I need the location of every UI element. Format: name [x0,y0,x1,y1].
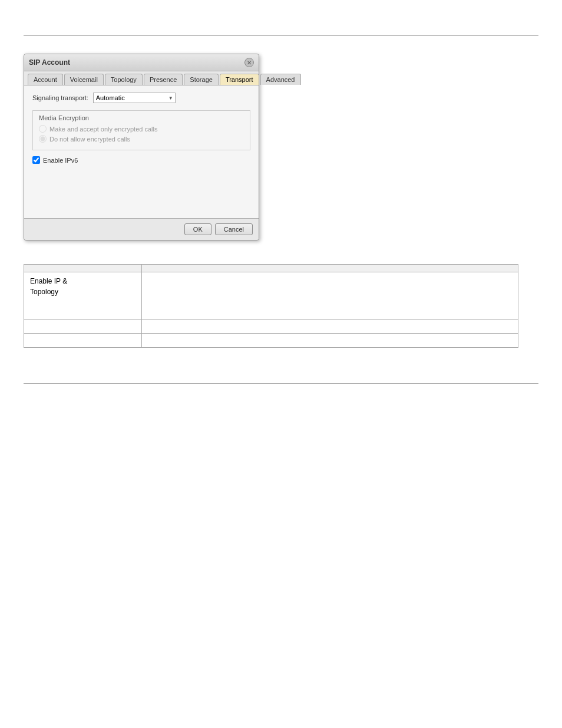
table-row: Enable IP & Topology [24,272,518,319]
tab-advanced[interactable]: Advanced [260,74,301,85]
radio-no-encrypt: Do not allow encrypted calls [39,135,244,143]
cancel-button[interactable]: Cancel [215,223,253,235]
table-cell-col2-1 [142,272,518,319]
data-table: Enable IP & Topology [24,264,518,348]
signaling-transport-wrapper: Automatic [93,93,176,103]
bottom-divider [24,383,538,384]
table-cell-col2-2 [142,319,518,334]
tab-bar: Account Voicemail Topology Presence Stor… [24,71,259,85]
tab-transport[interactable]: Transport [220,74,259,85]
top-divider [24,35,538,36]
radio-encrypt-only-label: Make and accept only encrypted calls [49,126,157,133]
media-encryption-legend: Media Encryption [39,114,244,121]
sip-account-dialog: SIP Account ✕ Account Voicemail Topology… [24,54,259,241]
enable-ipv6-checkbox[interactable] [32,156,40,164]
radio-no-encrypt-input[interactable] [39,135,47,143]
enable-ipv6-label: Enable IPv6 [43,157,78,164]
tab-storage[interactable]: Storage [184,74,219,85]
dialog-title: SIP Account [29,58,70,67]
signaling-transport-row: Signaling transport: Automatic [32,93,250,103]
radio-no-encrypt-label: Do not allow encrypted calls [49,136,130,143]
close-button[interactable]: ✕ [244,58,254,67]
dialog-titlebar: SIP Account ✕ [24,54,259,71]
tab-topology[interactable]: Topology [105,74,143,85]
signaling-transport-select[interactable]: Automatic [93,93,176,103]
table-cell-col2-3 [142,334,518,348]
signaling-transport-label: Signaling transport: [32,94,88,101]
media-encryption-group: Media Encryption Make and accept only en… [32,110,250,150]
dialog-footer: OK Cancel [24,218,259,240]
table-row [24,319,518,334]
col-header-2 [142,265,518,272]
tab-presence[interactable]: Presence [144,74,183,85]
radio-encrypt-only: Make and accept only encrypted calls [39,125,244,133]
enable-ipv6-row: Enable IPv6 [32,156,250,164]
content-spacer [32,164,250,211]
table-cell-col1-3 [24,334,142,348]
radio-encrypt-only-input[interactable] [39,125,47,133]
col-header-1 [24,265,142,272]
tab-account[interactable]: Account [28,74,63,85]
tab-voicemail[interactable]: Voicemail [64,74,104,85]
dialog-content: Signaling transport: Automatic Media Enc… [24,85,259,218]
table-cell-col1-1: Enable IP & Topology [24,272,142,319]
table-cell-col1-2 [24,319,142,334]
ok-button[interactable]: OK [184,223,211,235]
table-row [24,334,518,348]
table-header-row [24,265,518,272]
